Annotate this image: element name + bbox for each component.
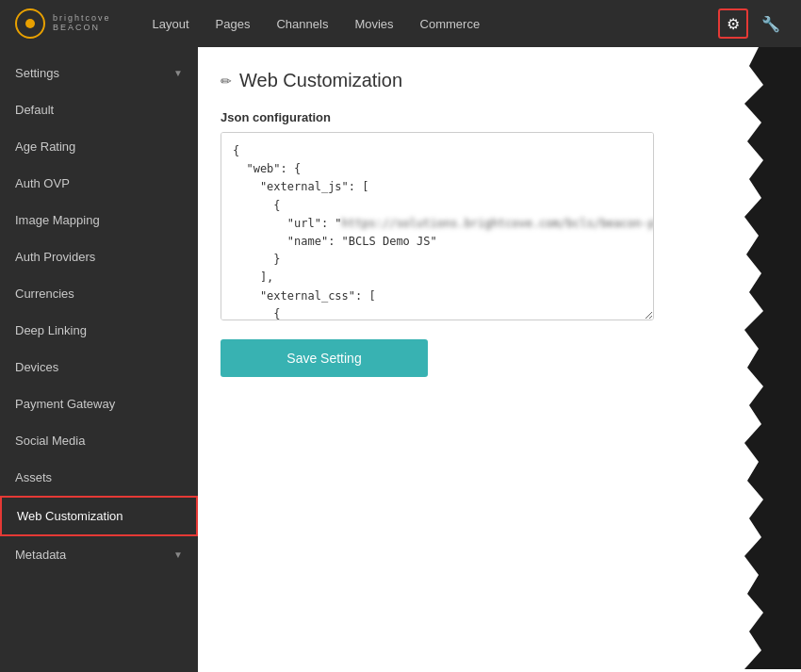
json-line-close-arr: ], bbox=[233, 269, 642, 287]
sidebar-item-web-customization-label: Web Customization bbox=[17, 509, 123, 523]
sidebar-item-metadata[interactable]: Metadata ▼ bbox=[0, 536, 198, 573]
nav-pages[interactable]: Pages bbox=[204, 11, 262, 37]
logo-circle bbox=[15, 8, 45, 39]
json-line-ext-css: "external_css": [ bbox=[233, 287, 642, 305]
top-navigation: brightcove BEACON Layout Pages Channels … bbox=[0, 0, 801, 47]
sidebar-item-auth-providers[interactable]: Auth Providers bbox=[0, 238, 198, 275]
settings-dropdown-arrow: ▼ bbox=[173, 68, 183, 78]
sidebar-item-age-rating[interactable]: Age Rating bbox=[0, 128, 198, 165]
nav-layout[interactable]: Layout bbox=[141, 11, 201, 37]
json-line-name: "name": "BCLS Demo JS" bbox=[233, 233, 642, 251]
sidebar-item-assets[interactable]: Assets bbox=[0, 459, 198, 496]
sidebar-item-image-mapping[interactable]: Image Mapping bbox=[0, 202, 198, 238]
json-line-2: "web": { bbox=[233, 160, 642, 178]
sidebar-item-social-media-label: Social Media bbox=[15, 434, 85, 448]
nav-commerce[interactable]: Commerce bbox=[409, 11, 492, 37]
sidebar-item-web-customization[interactable]: Web Customization bbox=[0, 496, 198, 536]
url-blurred: https://solutions.brightcove.com/bcls/be… bbox=[342, 217, 654, 230]
json-line-4: { bbox=[233, 197, 642, 215]
json-display-area[interactable]: { "web": { "external_js": [ { "url": "ht… bbox=[221, 132, 654, 320]
sidebar-item-assets-label: Assets bbox=[15, 470, 52, 484]
sidebar-item-auth-ovp-label: Auth OVP bbox=[15, 176, 70, 190]
sidebar-item-deep-linking[interactable]: Deep Linking bbox=[0, 312, 198, 349]
page-title-row: ✏ Web Customization bbox=[221, 70, 778, 91]
wrench-icon-button[interactable]: 🔧 bbox=[756, 8, 786, 39]
sidebar-item-default[interactable]: Default bbox=[0, 91, 198, 128]
nav-channels[interactable]: Channels bbox=[265, 11, 339, 37]
sidebar-settings-label: Settings bbox=[15, 66, 59, 80]
main-layout: Settings ▼ Default Age Rating Auth OVP I… bbox=[0, 47, 801, 672]
json-line-3: "external_js": [ bbox=[233, 178, 642, 196]
json-line-url: "url": "https://solutions.brightcove.com… bbox=[233, 215, 642, 233]
sidebar-item-auth-providers-label: Auth Providers bbox=[15, 250, 95, 264]
sidebar: Settings ▼ Default Age Rating Auth OVP I… bbox=[0, 47, 198, 672]
sidebar-item-deep-linking-label: Deep Linking bbox=[15, 323, 87, 337]
nav-links: Layout Pages Channels Movies Commerce bbox=[141, 11, 718, 37]
json-line-1: { bbox=[233, 142, 642, 160]
logo: brightcove BEACON bbox=[15, 8, 111, 39]
save-setting-button[interactable]: Save Setting bbox=[221, 339, 428, 377]
resize-handle[interactable]: ⊿ bbox=[767, 309, 776, 319]
sidebar-item-default-label: Default bbox=[15, 103, 54, 117]
sidebar-item-devices[interactable]: Devices bbox=[0, 349, 198, 385]
json-textarea-wrapper: { "web": { "external_js": [ { "url": "ht… bbox=[221, 132, 778, 320]
sidebar-item-age-rating-label: Age Rating bbox=[15, 139, 75, 154]
sidebar-item-currencies-label: Currencies bbox=[15, 287, 74, 301]
sidebar-item-payment-gateway[interactable]: Payment Gateway bbox=[0, 385, 198, 422]
sidebar-item-social-media[interactable]: Social Media bbox=[0, 422, 198, 459]
sidebar-item-payment-gateway-label: Payment Gateway bbox=[15, 397, 115, 411]
sidebar-item-metadata-label: Metadata bbox=[15, 548, 66, 562]
metadata-arrow: ▼ bbox=[173, 549, 183, 560]
sidebar-settings-group[interactable]: Settings ▼ bbox=[0, 55, 198, 91]
logo-text: brightcove BEACON bbox=[53, 14, 111, 33]
json-line-close-obj: } bbox=[233, 251, 642, 269]
json-line-open-css: { bbox=[233, 305, 642, 320]
sidebar-item-auth-ovp[interactable]: Auth OVP bbox=[0, 165, 198, 202]
sidebar-item-devices-label: Devices bbox=[15, 360, 58, 374]
sidebar-item-currencies[interactable]: Currencies bbox=[0, 275, 198, 312]
section-label: Json configuration bbox=[221, 110, 778, 124]
logo-inner-dot bbox=[25, 19, 35, 28]
page-title: Web Customization bbox=[239, 70, 402, 91]
nav-actions: ⚙ 🔧 bbox=[718, 8, 786, 39]
json-config-section: Json configuration { "web": { "external_… bbox=[221, 110, 778, 320]
edit-icon: ✏ bbox=[221, 74, 232, 89]
logo-bottom: BEACON bbox=[53, 24, 111, 33]
content-area: ✏ Web Customization Json configuration {… bbox=[198, 47, 801, 672]
gear-icon-button[interactable]: ⚙ bbox=[718, 8, 748, 39]
nav-movies[interactable]: Movies bbox=[343, 11, 404, 37]
sidebar-item-image-mapping-label: Image Mapping bbox=[15, 213, 100, 227]
